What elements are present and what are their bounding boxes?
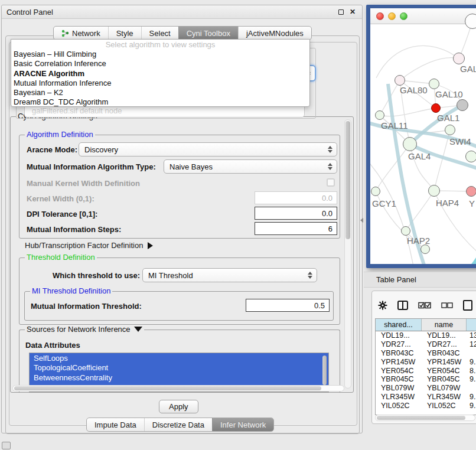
node-label: GAL10 [435, 89, 463, 99]
column-header-shared[interactable]: shared... [376, 319, 422, 331]
cell: YBR043C [422, 349, 467, 357]
dpi-tolerance-field[interactable]: 0.0 [255, 207, 337, 220]
split-columns-icon[interactable] [397, 301, 408, 310]
tab-select[interactable]: Select [141, 27, 178, 40]
tab-discretize-data-label: Discretize Data [152, 420, 204, 429]
mi-steps-field[interactable]: 6 [255, 222, 337, 235]
attribute-item-selected[interactable]: BetweennessCentrality [30, 373, 328, 383]
kernel-width-field[interactable]: 0.0 [255, 191, 337, 204]
hub-definition-expander[interactable]: Hub/Transcription Factor Definition [25, 241, 153, 250]
network-node[interactable] [465, 14, 476, 29]
settings-vertical-scrollbar-thumb[interactable] [345, 121, 350, 239]
node-label: GAL11 [381, 120, 408, 131]
network-node[interactable] [445, 125, 455, 135]
network-node[interactable] [465, 151, 476, 162]
network-node[interactable] [375, 110, 384, 120]
manual-kernel-checkbox[interactable] [327, 178, 335, 187]
settings-gear-icon[interactable] [378, 301, 387, 310]
network-node[interactable] [431, 103, 441, 113]
table-row[interactable]: YDL19... YDL19... 13 [376, 331, 476, 340]
column-header-name[interactable]: name [422, 319, 467, 331]
minimized-panel-icon[interactable] [2, 442, 11, 449]
tab-impute-data[interactable]: Impute Data [87, 418, 144, 431]
network-node[interactable] [420, 244, 430, 254]
table-document-icon[interactable] [463, 300, 472, 311]
mac-minimize-icon[interactable] [388, 12, 396, 20]
network-node[interactable] [453, 53, 465, 64]
algorithm-option[interactable]: Dream8 DC_TDC Algorithm [11, 97, 309, 107]
network-node[interactable] [371, 187, 380, 196]
tab-cyni-toolbox[interactable]: Cyni Toolbox [178, 27, 238, 40]
network-icon [61, 30, 69, 37]
attribute-item-selected[interactable]: TopologicalCoefficient [30, 363, 328, 373]
table-row[interactable]: YDR27... YDR27... 12 [376, 340, 476, 349]
table-row[interactable]: YBL079W YBL079W [376, 384, 476, 393]
tab-impute-data-label: Impute Data [94, 420, 136, 429]
table-row[interactable]: YIL052C YIL052C 9. [376, 401, 476, 410]
algorithm-option-selected[interactable]: ARACNE Algorithm [11, 69, 309, 79]
table-row[interactable]: YBR043C YBR043C [376, 349, 476, 358]
table-horizontal-scrollbar[interactable] [375, 415, 475, 421]
tab-infer-network[interactable]: Infer Network [212, 418, 273, 431]
settings-horizontal-scrollbar[interactable] [12, 385, 344, 392]
aracne-mode-combo[interactable]: Discovery [79, 142, 337, 156]
network-node[interactable] [457, 99, 468, 111]
float-window-icon[interactable] [336, 7, 345, 17]
network-node[interactable] [401, 226, 410, 236]
sources-group-header[interactable]: Sources for Network Inference [25, 325, 144, 334]
settings-vertical-scrollbar[interactable] [344, 119, 351, 389]
tab-style[interactable]: Style [108, 27, 141, 40]
node-label: Y [469, 198, 475, 208]
mac-zoom-icon[interactable] [400, 12, 407, 20]
network-node[interactable] [429, 79, 439, 89]
algorithm-option[interactable]: Bayesian – K2 [11, 88, 309, 97]
network-canvas[interactable]: GAL GAL80 GAL10 GAL1 GAL11 SWI4 GAL4 GCY… [370, 25, 476, 264]
aracne-mode-label: Aracne Mode: [27, 145, 77, 154]
bottom-tab-bar: Impute Data Discretize Data Infer Networ… [86, 418, 274, 432]
algorithm-option[interactable]: Mutual Information Inference [11, 79, 309, 88]
table-row[interactable]: YLR345W YLR345W 9. [376, 393, 476, 402]
table-row[interactable]: YPR145W YPR145W 9. [376, 357, 476, 366]
table-row[interactable]: YER054C YER054C 8. [376, 366, 476, 375]
cell: YDR27... [422, 340, 467, 348]
tab-jactivemnodules-label: jActiveMNodules [246, 29, 304, 38]
deselect-all-checkboxes-icon[interactable] [441, 302, 453, 308]
cell: YLR345W [376, 393, 422, 401]
expand-right-arrow-icon [148, 242, 153, 249]
stepper-arrows-icon [308, 272, 312, 279]
select-all-checkboxes-icon[interactable] [418, 302, 431, 309]
table-horizontal-scrollbar-thumb[interactable] [377, 416, 465, 420]
tab-cyni-toolbox-label: Cyni Toolbox [187, 29, 230, 38]
node-table[interactable]: shared... name A YDL19... YDL19... 13 YD… [375, 318, 476, 415]
tab-network[interactable]: Network [54, 27, 108, 40]
splitter-collapse-icon[interactable] [360, 218, 363, 223]
mi-threshold-field[interactable]: 0.5 [246, 299, 330, 312]
algorithm-option[interactable]: Basic Correlation Inference [11, 59, 309, 69]
apply-button[interactable]: Apply [159, 400, 198, 413]
column-header-partial[interactable]: A [467, 319, 476, 331]
network-node[interactable] [428, 185, 440, 197]
network-node[interactable] [403, 137, 417, 151]
network-node[interactable] [395, 75, 405, 86]
mi-type-label: Mutual Information Algorithm Type: [27, 162, 156, 171]
manual-kernel-label: Manual Kernel Width Definition [27, 179, 140, 188]
settings-horizontal-scrollbar-thumb[interactable] [14, 386, 321, 390]
tab-jactivemnodules[interactable]: jActiveMNodules [238, 27, 311, 40]
table-row[interactable]: YBR045C YBR045C 9. [376, 375, 476, 384]
network-node[interactable] [466, 186, 476, 197]
algorithm-option[interactable]: Bayesian – Hill Climbing [11, 50, 309, 59]
close-icon[interactable]: ✕ [348, 7, 357, 17]
network-view-window: GAL GAL80 GAL10 GAL1 GAL11 SWI4 GAL4 GCY… [366, 5, 476, 268]
cell: 9. [467, 375, 476, 383]
which-threshold-combo[interactable]: MI Threshold [142, 268, 317, 282]
mac-close-icon[interactable] [376, 12, 384, 20]
sources-group-title: Sources for Network Inference [27, 325, 131, 334]
node-label: GAL1 [437, 113, 459, 123]
tab-discretize-data[interactable]: Discretize Data [144, 418, 212, 431]
mi-algorithm-type-value: Naive Bayes [169, 162, 213, 171]
attribute-item-selected[interactable]: SelfLoops [30, 353, 328, 363]
cell: YPR145W [376, 358, 422, 366]
attributes-scrollbar-thumb[interactable] [322, 356, 327, 385]
cell: 8. [467, 367, 476, 375]
mi-algorithm-type-combo[interactable]: Naive Bayes [164, 159, 337, 174]
